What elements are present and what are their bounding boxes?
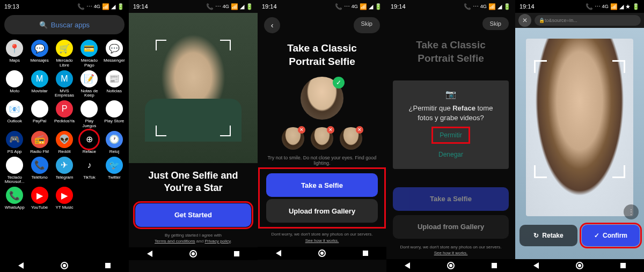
app-label: Mercado Libre xyxy=(53,58,76,68)
app-tiktok[interactable]: ♪TikTok xyxy=(77,157,101,185)
app-icon: ▶ xyxy=(80,100,98,117)
x-icon: ✕ xyxy=(356,126,363,134)
retake-button[interactable]: ↻ Retake xyxy=(519,225,577,246)
app-messenger[interactable]: 💬Messenger xyxy=(102,40,127,68)
app-moto[interactable]: ⓂMoto xyxy=(2,70,27,99)
disclaimer: Dont worry, we don't store any photos on… xyxy=(386,241,515,259)
app-icon: ✈ xyxy=(56,157,73,174)
app-icon: 📍 xyxy=(6,40,23,57)
take-selfie-button[interactable]: Take a Selfie xyxy=(266,173,378,197)
how-it-works-link[interactable]: See how it works. xyxy=(305,238,339,243)
nav-back[interactable] xyxy=(276,250,281,256)
screen-app-drawer: 19:13 📞 ⋯ 4G📶 ◢ 🔋 🔍 Buscar apps 📍Maps💬Me… xyxy=(0,0,129,272)
app-label: Reface xyxy=(83,150,96,155)
app-icon: ▶ xyxy=(31,187,48,204)
app-icon: ⌨ xyxy=(6,157,23,174)
app-telegram[interactable]: ✈Telegram xyxy=(52,157,77,185)
confirm-button[interactable]: ✓ Confirm xyxy=(582,225,640,246)
nav-home[interactable] xyxy=(447,262,455,269)
app-play-store[interactable]: ▶Play Store xyxy=(102,100,127,129)
screen-take-selfie: 19:14 📞 ⋯ 4G📶 ◢ 🔋 ‹ Skip Take a Classic … xyxy=(258,0,386,272)
app-icon: ⊕ xyxy=(80,131,98,148)
deny-button[interactable]: Denegar xyxy=(400,144,501,160)
app-mercado-pago[interactable]: 💳Mercado Pago xyxy=(77,40,101,68)
app-icon: 📻 xyxy=(31,131,48,148)
nav-back[interactable] xyxy=(18,262,24,269)
app-youtube[interactable]: ▶YouTube xyxy=(27,187,52,210)
app-mercado-libre[interactable]: 🛒Mercado Libre xyxy=(52,40,77,68)
photo-preview: ⋮ ↻ Retake ✓ Confirm xyxy=(515,28,644,259)
app-label: Reddit xyxy=(58,150,70,155)
nav-home[interactable] xyxy=(189,250,197,258)
app-icon: M xyxy=(31,70,48,87)
nav-recents[interactable] xyxy=(234,251,239,256)
url-bar[interactable]: 🔒 to&source=In... xyxy=(535,15,641,26)
tips-text: Try not to smile. Do not close your eyes… xyxy=(258,153,386,168)
app-icon: 🛒 xyxy=(56,40,73,57)
app-icon: 💬 xyxy=(31,40,48,57)
sample-face-good: ✓ xyxy=(301,77,343,120)
app-outlook[interactable]: 📧Outlook xyxy=(2,100,27,129)
skip-button[interactable]: Skip xyxy=(482,17,509,30)
get-started-button[interactable]: Get Started xyxy=(135,203,251,227)
nav-back[interactable] xyxy=(405,262,410,269)
app-twitter[interactable]: 🐦Twitter xyxy=(102,157,127,185)
nav-bar xyxy=(515,259,644,272)
app-mvs-empresas[interactable]: MMVS Empresas xyxy=(52,70,77,99)
app-play-juegos[interactable]: ▶Play Juegos xyxy=(77,100,101,129)
app-label: Outlook xyxy=(7,119,22,124)
app-reloj[interactable]: 🕐Reloj xyxy=(102,131,127,155)
privacy-link[interactable]: Privacy policy xyxy=(204,239,230,244)
upload-gallery-button[interactable]: Upload from Gallery xyxy=(266,199,378,223)
close-button[interactable]: ✕ xyxy=(518,14,531,27)
allow-button[interactable]: Permitir xyxy=(433,128,468,142)
nav-recents[interactable] xyxy=(492,263,497,268)
app-movistar[interactable]: MMovistar xyxy=(27,70,52,99)
app-label: MVS Empresas xyxy=(53,89,76,99)
nav-recents[interactable] xyxy=(363,251,368,256)
app-paypal[interactable]: PPayPal xyxy=(27,100,52,129)
app-label: Play Juegos xyxy=(78,119,100,129)
app-notas-de-keep[interactable]: 📝Notas de Keep xyxy=(77,70,101,99)
app-label: PayPal xyxy=(33,119,46,124)
status-icons: 📞 ⋯ 4G📶 ◢ 🔋 xyxy=(77,3,125,10)
nav-home[interactable] xyxy=(576,262,583,269)
back-button[interactable]: ‹ xyxy=(264,17,280,33)
status-time: 19:14 xyxy=(262,3,277,10)
app-tel-fono[interactable]: 📞Teléfono xyxy=(27,157,52,185)
app-icon: ▶ xyxy=(106,100,123,117)
app-icon: ♪ xyxy=(80,157,98,174)
share-icon[interactable]: ⋮ xyxy=(624,204,639,219)
app-reddit[interactable]: 👽Reddit xyxy=(52,131,77,155)
nav-back[interactable] xyxy=(533,262,539,269)
app-pedidosya[interactable]: PPedidosYa xyxy=(52,100,77,129)
app-ps-app[interactable]: 🎮PS App xyxy=(2,131,27,155)
app-reface[interactable]: ⊕Reface xyxy=(77,131,101,155)
search-icon: 🔍 xyxy=(39,21,48,29)
nav-recents[interactable] xyxy=(105,263,111,268)
nav-home[interactable] xyxy=(61,262,68,269)
search-apps[interactable]: 🔍 Buscar apps xyxy=(4,15,125,34)
app-label: Mensajes xyxy=(30,58,48,63)
app-label: YT Music xyxy=(55,205,73,210)
nav-home[interactable] xyxy=(318,249,326,257)
app-noticias[interactable]: 📰Noticias xyxy=(102,70,127,99)
app-teclado-microsof-[interactable]: ⌨Teclado Microsof... xyxy=(2,157,27,185)
status-icons: 📞 ⋯ 4G📶 ◢ 🔋 xyxy=(206,3,253,10)
permission-dialog: 📷 ¿Permitir que Reface tome fotos y grab… xyxy=(393,80,509,169)
nav-recents[interactable] xyxy=(620,263,626,268)
app-maps[interactable]: 📍Maps xyxy=(2,40,27,68)
screen-confirm: 19:14 📞 ⋯ 4G📶 ◢ ★ 🔋 ✕ 🔒 to&source=In... … xyxy=(515,0,644,272)
status-time: 19:13 xyxy=(4,3,19,10)
app-mensajes[interactable]: 💬Mensajes xyxy=(27,40,52,68)
terms-link[interactable]: Terms and conditions xyxy=(155,239,195,244)
app-yt-music[interactable]: ▶YT Music xyxy=(52,187,77,210)
bad-face-1: ✕ xyxy=(282,127,304,150)
app-icon: P xyxy=(31,100,48,117)
skip-button[interactable]: Skip xyxy=(354,17,380,33)
nav-back[interactable] xyxy=(147,251,152,257)
app-radio-fm[interactable]: 📻Radio FM xyxy=(27,131,52,155)
app-icon: 🎮 xyxy=(6,131,23,148)
screen-get-started: 19:14 📞 ⋯ 4G📶 ◢ 🔋 Just One Selfie and Yo… xyxy=(129,0,258,272)
app-whatsapp[interactable]: 📞WhatsApp xyxy=(2,187,27,210)
